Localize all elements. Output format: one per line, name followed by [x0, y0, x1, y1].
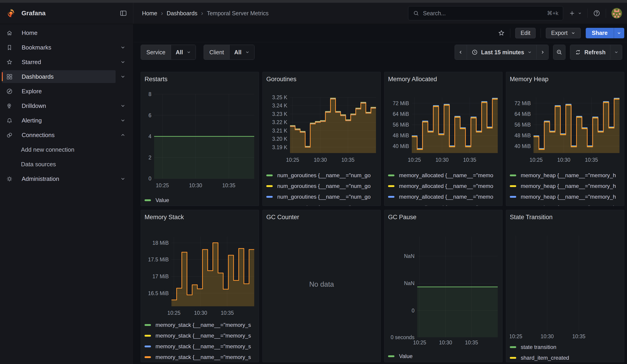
legend-item[interactable]: memory_allocated {__name__="memo [388, 204, 499, 206]
legend-item[interactable]: memory_stack {__name__="memory_s [145, 332, 255, 339]
legend-item[interactable]: num_goroutines {__name__="num_go [266, 182, 377, 190]
panel-title[interactable]: Memory Stack [145, 213, 255, 221]
add-new-button[interactable] [569, 10, 582, 17]
legend-item[interactable]: memory_heap {__name__="memory_h [510, 193, 620, 201]
time-shift-back-button[interactable] [455, 45, 467, 59]
chevron-down-icon [245, 50, 250, 54]
time-range-picker[interactable]: Last 15 minutes [467, 45, 536, 59]
legend-item[interactable]: memory_heap {__name__="memory_h [510, 172, 620, 179]
series-color-marker [145, 199, 151, 201]
panel-title[interactable]: Restarts [145, 75, 255, 84]
breadcrumb-home[interactable]: Home [142, 10, 157, 17]
sidebar-item-alerting[interactable]: Alerting [2, 114, 116, 127]
zoom-out-icon[interactable] [553, 45, 565, 59]
sidebar-item-connections[interactable]: Connections [2, 129, 116, 141]
svg-text:10:25: 10:25 [167, 310, 181, 316]
panel-gc-pause: GC Pause NaNNaN00 seconds10:2510:3010:35… [384, 210, 503, 362]
refresh-interval-chevron[interactable] [610, 45, 622, 59]
refresh-button[interactable]: Refresh [570, 45, 610, 59]
legend-item[interactable]: num_goroutines {__name__="num_go [266, 204, 377, 206]
chevron-right-icon [540, 50, 545, 55]
legend-item[interactable]: memory_heap {__name__="memory_h [510, 204, 620, 206]
breadcrumb-separator-icon: › [201, 11, 203, 15]
panel-title[interactable]: Memory Heap [510, 75, 620, 84]
legend-item[interactable]: memory_allocated {__name__="memo [388, 172, 499, 179]
share-button[interactable]: Share [586, 28, 614, 38]
help-icon[interactable] [593, 9, 600, 17]
legend-item[interactable]: Value [388, 353, 499, 360]
legend-item[interactable]: memory_allocated {__name__="memo [388, 182, 499, 190]
share-split-button: Share [586, 28, 624, 38]
chevron-down-icon[interactable] [120, 117, 126, 124]
svg-text:0: 0 [412, 308, 415, 313]
legend-item[interactable]: memory_stack {__name__="memory_s [145, 321, 255, 329]
search-input[interactable] [423, 10, 543, 17]
chevron-down-icon[interactable] [120, 44, 126, 51]
sidebar-item-dashboards[interactable]: Dashboards [2, 70, 116, 83]
chart-canvas[interactable]: 8642010:2510:3010:35 [145, 86, 256, 193]
panel-restarts: Restarts 8642010:2510:3010:35 Value [141, 72, 259, 206]
chart-canvas[interactable]: 3.25 K3.24 K3.23 K3.22 K3.21 K3.20 K3.19… [266, 86, 377, 164]
panel-title[interactable]: GC Pause [388, 213, 499, 221]
chevron-down-icon[interactable] [120, 59, 126, 65]
chevron-up-icon[interactable] [120, 132, 126, 138]
favorite-star-icon[interactable] [498, 29, 505, 37]
legend-item[interactable]: memory_allocated {__name__="memo [388, 193, 499, 201]
legend-item[interactable]: num_goroutines {__name__="num_go [266, 193, 377, 201]
chevron-down-icon[interactable] [120, 73, 126, 80]
svg-text:6: 6 [149, 112, 151, 118]
chevron-down-icon[interactable] [120, 176, 126, 182]
refresh-group: Refresh [570, 45, 622, 60]
panel-title[interactable]: Memory Allocated [388, 75, 499, 84]
sidebar-item-data-sources[interactable]: Data sources [2, 158, 116, 171]
chevron-down-icon [617, 31, 621, 35]
variable-service-dropdown[interactable]: All [171, 45, 196, 59]
sidebar-item-home[interactable]: Home [2, 26, 116, 39]
panel-title[interactable]: Goroutines [266, 75, 377, 84]
sidebar-item-drilldown[interactable]: Drilldown [2, 100, 116, 112]
time-shift-forward-button[interactable] [536, 45, 548, 59]
chart-canvas[interactable]: NaNNaN00 seconds10:2510:3010:35 [388, 224, 499, 349]
legend-label: num_goroutines {__name__="num_go [277, 204, 371, 206]
chevron-down-icon[interactable] [120, 103, 126, 109]
sidebar-item-explore[interactable]: Explore [2, 85, 116, 98]
panel-legend: num_goroutines {__name__="num_gonum_goro… [266, 172, 377, 206]
sidebar-item-administration[interactable]: Administration [2, 172, 116, 185]
sidebar-item-starred[interactable]: Starred [2, 56, 116, 68]
chart-canvas[interactable]: 10:2510:3010:35 [510, 224, 621, 342]
legend-item[interactable]: memory_heap {__name__="memory_h [510, 182, 620, 190]
svg-text:10:30: 10:30 [439, 340, 452, 346]
legend-item[interactable]: num_goroutines {__name__="num_go [266, 172, 377, 179]
sidebar-item-label: Add new connection [21, 146, 74, 153]
legend-item[interactable]: shard_item_created [510, 354, 620, 362]
panel-legend: memory_stack {__name__="memory_smemory_s… [145, 321, 255, 361]
sidebar-item-bookmarks[interactable]: Bookmarks [2, 41, 116, 54]
chart-canvas[interactable]: 18 MiB17.5 MiB17 MiB16.5 MiB10:2510:3010… [145, 224, 256, 318]
grafana-logo[interactable] [6, 8, 16, 18]
connections-icon [6, 132, 13, 138]
dock-sidebar-toggle-icon[interactable] [119, 9, 127, 17]
legend-item[interactable]: memory_stack {__name__="memory_s [145, 343, 255, 350]
chevron-down-icon [187, 50, 191, 54]
user-avatar[interactable] [612, 8, 622, 18]
legend-label: memory_allocated {__name__="memo [399, 204, 493, 206]
legend-item[interactable]: memory_stack {__name__="memory_s [145, 354, 255, 361]
chart-canvas[interactable]: 72 MiB64 MiB56 MiB48 MiB40 MiB10:2510:30… [388, 86, 499, 164]
sidebar-item-add-new-connection[interactable]: Add new connection [2, 143, 116, 156]
svg-text:72 MiB: 72 MiB [514, 100, 531, 106]
search-box[interactable]: ⌘+k [408, 6, 563, 20]
legend-item[interactable]: state transition [510, 343, 620, 351]
series-color-marker [145, 324, 151, 326]
breadcrumb-dashboards[interactable]: Dashboards [167, 10, 198, 17]
panel-memory-stack: Memory Stack 18 MiB17.5 MiB17 MiB16.5 Mi… [141, 210, 259, 362]
panel-title[interactable]: GC Counter [266, 213, 377, 221]
panel-title[interactable]: State Transition [510, 213, 620, 221]
edit-button[interactable]: Edit [515, 28, 536, 38]
export-button[interactable]: Export [546, 28, 580, 38]
legend-item[interactable]: Value [145, 197, 255, 204]
breadcrumb: Home › Dashboards › Temporal Server Metr… [133, 10, 408, 17]
header-actions: ⌘+k [408, 6, 627, 20]
variable-client-dropdown[interactable]: All [230, 45, 254, 59]
chart-canvas[interactable]: 72 MiB64 MiB56 MiB48 MiB40 MiB10:2510:30… [510, 86, 621, 164]
share-dropdown-chevron[interactable] [614, 28, 624, 38]
